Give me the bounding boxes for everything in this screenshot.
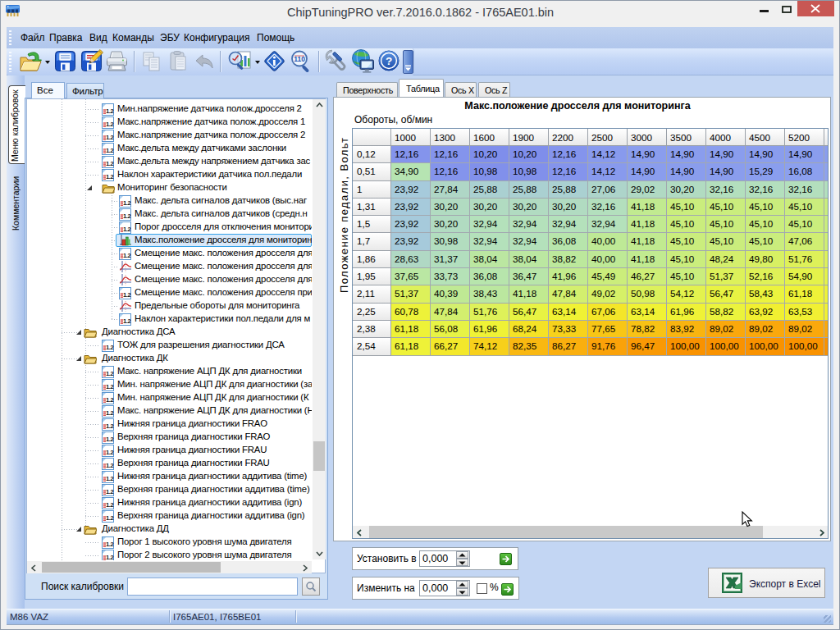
svg-text:1.2: 1.2 [106, 422, 113, 430]
svg-text:1.2: 1.2 [106, 541, 113, 548]
svg-text:1.2: 1.2 [123, 291, 130, 299]
svg-text:1.2: 1.2 [106, 475, 113, 482]
svg-text:1.2: 1.2 [106, 436, 113, 443]
svg-text:?: ? [386, 55, 392, 67]
svg-text:1.2: 1.2 [106, 554, 113, 560]
svg-text:1.2: 1.2 [123, 317, 130, 325]
svg-text:1.2: 1.2 [106, 147, 113, 154]
svg-text:1.2: 1.2 [106, 514, 113, 522]
svg-text:1.2: 1.2 [106, 488, 113, 495]
svg-text:1.2: 1.2 [106, 121, 113, 128]
svg-text:1.2: 1.2 [106, 370, 113, 377]
svg-text:1.2: 1.2 [106, 396, 113, 404]
svg-text:1.2: 1.2 [106, 501, 113, 509]
svg-text:1.2: 1.2 [106, 160, 113, 167]
svg-text:1.2: 1.2 [106, 134, 113, 141]
svg-text:1.2: 1.2 [106, 409, 113, 417]
svg-text:1.2: 1.2 [106, 462, 113, 469]
svg-text:1.2: 1.2 [106, 449, 113, 456]
svg-text:1.2: 1.2 [106, 173, 113, 180]
svg-text:1.2: 1.2 [123, 226, 130, 233]
svg-text:1.2: 1.2 [106, 344, 113, 351]
svg-text:1.2: 1.2 [123, 252, 130, 259]
svg-text:1.2: 1.2 [123, 212, 130, 220]
svg-text:1.2: 1.2 [106, 107, 113, 115]
svg-text:1.2: 1.2 [106, 383, 113, 390]
svg-text:1.2: 1.2 [123, 199, 130, 207]
